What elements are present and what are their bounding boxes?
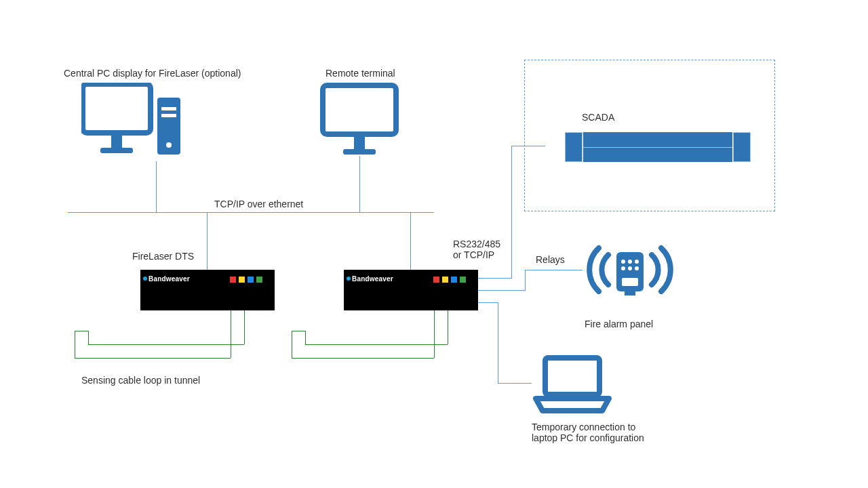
svg-rect-0: [83, 84, 151, 133]
link-dts2-laptop-v: [498, 302, 498, 384]
link-dts2-laptop-h: [478, 302, 498, 303]
svg-point-14: [621, 266, 625, 270]
link-remote-bus: [359, 156, 360, 212]
loop2-cap: [292, 331, 305, 331]
svg-rect-5: [161, 114, 176, 117]
loop1-inner-v: [88, 331, 89, 344]
svg-rect-9: [343, 149, 376, 155]
loop2-right-down: [448, 310, 448, 344]
loop1-left-down: [231, 310, 231, 358]
svg-point-16: [635, 266, 639, 270]
link-centralpc-bus: [156, 161, 157, 212]
link-dts2-relay-h: [478, 290, 526, 291]
label-tcpip: TCP/IP over ethernet: [214, 199, 303, 209]
svg-rect-17: [622, 278, 638, 286]
loop2-left-down: [434, 310, 435, 358]
link-dts2-relay-h2: [525, 270, 583, 270]
svg-rect-19: [545, 358, 599, 394]
label-laptop: Temporary connection to laptop PC for co…: [532, 422, 644, 443]
loop1-outer-v: [75, 331, 75, 358]
label-fire-alarm: Fire alarm panel: [585, 319, 653, 329]
led-strip: [433, 277, 466, 283]
loop1-top-h: [88, 344, 244, 345]
label-remote-terminal: Remote terminal: [326, 68, 395, 79]
svg-rect-18: [625, 291, 635, 296]
loop2-top-h: [305, 344, 448, 345]
label-rs232: RS232/485 or TCP/IP: [453, 239, 500, 260]
loop1-right-down: [244, 310, 245, 344]
ethernet-bus: [68, 212, 434, 213]
central-pc-icon: [81, 83, 183, 163]
link-dts2-scada-v: [511, 146, 512, 279]
svg-point-11: [621, 260, 625, 264]
laptop-icon: [532, 355, 613, 416]
brand-dot-icon: [347, 277, 351, 281]
led-strip: [230, 277, 262, 283]
link-dts2-scada-into: [511, 146, 545, 146]
label-relays: Relays: [536, 254, 565, 265]
svg-rect-2: [100, 148, 133, 153]
dts-unit-2: Bandweaver: [344, 270, 478, 310]
svg-rect-7: [323, 85, 396, 134]
label-sensing-cable: Sensing cable loop in tunnel: [81, 375, 200, 386]
label-central-pc: Central PC display for FireLaser (option…: [64, 68, 241, 79]
brand-dot-icon: [143, 277, 147, 281]
loop2-outer-v: [292, 331, 292, 358]
svg-point-13: [635, 260, 639, 264]
dts-brand-label: Bandweaver: [149, 275, 190, 283]
svg-rect-1: [111, 136, 122, 148]
loop1-bot-h: [75, 358, 231, 359]
link-dts2-bus: [410, 212, 411, 270]
fire-alarm-panel-icon: [583, 243, 677, 310]
dts-unit-1: Bandweaver: [140, 270, 275, 310]
svg-point-6: [166, 142, 172, 148]
svg-rect-8: [354, 137, 365, 149]
dts-brand-label: Bandweaver: [352, 275, 393, 283]
label-firelaser-dts: FireLaser DTS: [132, 251, 194, 262]
link-dts2-scada-h: [478, 278, 512, 279]
remote-terminal-icon: [319, 83, 400, 157]
svg-rect-4: [161, 107, 176, 110]
link-dts2-relay-v: [525, 270, 526, 291]
svg-point-15: [628, 266, 632, 270]
link-dts1-bus: [207, 212, 208, 270]
link-dts2-laptop-h2: [498, 383, 532, 384]
loop1-cap: [75, 331, 88, 331]
loop2-bot-h: [292, 358, 434, 359]
loop2-inner-v: [305, 331, 306, 344]
svg-point-12: [628, 260, 632, 264]
